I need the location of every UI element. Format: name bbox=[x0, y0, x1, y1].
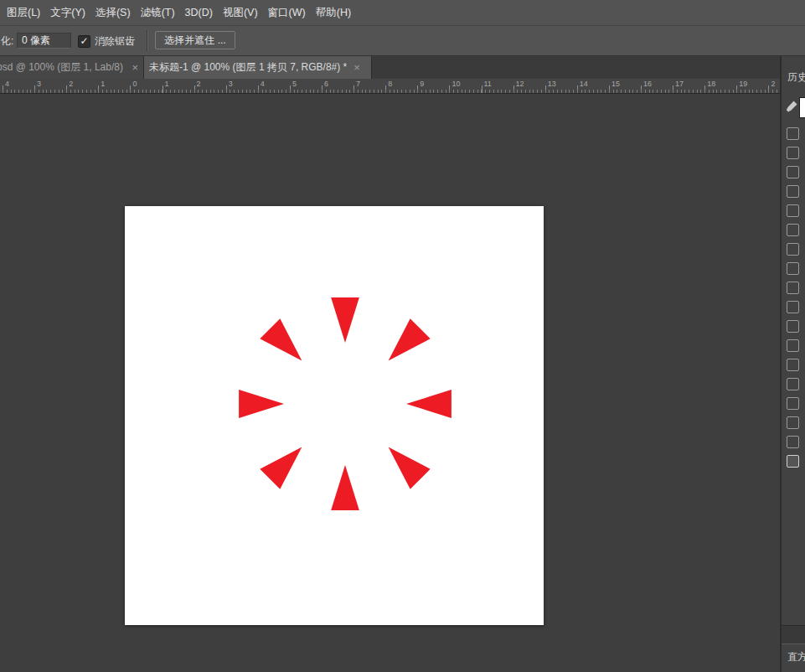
menu-bar: 图层(L)文字(Y)选择(S)滤镜(T)3D(D)视图(V)窗口(W)帮助(H) bbox=[0, 0, 805, 26]
history-state-row[interactable] bbox=[782, 278, 805, 297]
ruler-major-tick bbox=[768, 85, 769, 93]
history-state-row[interactable] bbox=[782, 413, 805, 432]
history-state-row[interactable] bbox=[782, 143, 805, 163]
ruler-label: 19 bbox=[739, 80, 747, 88]
feather-input[interactable] bbox=[17, 33, 71, 49]
history-state-row[interactable] bbox=[782, 355, 805, 375]
histogram-panel: 直方 bbox=[782, 625, 805, 672]
history-state-icon bbox=[787, 301, 799, 313]
menu-item-type[interactable]: 文字(Y) bbox=[45, 0, 90, 25]
ruler-label: 0 bbox=[132, 80, 137, 88]
menu-item-view[interactable]: 视图(V) bbox=[218, 0, 263, 25]
menu-item-layer[interactable]: 图层(L) bbox=[2, 0, 45, 25]
history-state-row[interactable] bbox=[782, 240, 805, 259]
ruler-major-tick bbox=[449, 85, 450, 93]
history-state-row[interactable] bbox=[782, 394, 805, 413]
ruler-major-tick bbox=[66, 85, 67, 93]
history-state-icon bbox=[787, 378, 799, 390]
history-state-row[interactable] bbox=[782, 220, 805, 240]
tab-title: 未标题-1 @ 100% (图层 1 拷贝 7, RGB/8#) * bbox=[149, 60, 347, 75]
document-tab-2[interactable]: 未标题-1 @ 100% (图层 1 拷贝 7, RGB/8#) *× bbox=[144, 56, 372, 79]
ruler-label: 11 bbox=[484, 80, 492, 88]
history-state-row[interactable] bbox=[782, 432, 805, 452]
ruler-major-tick bbox=[513, 85, 514, 93]
ruler-label: 8 bbox=[388, 80, 392, 88]
history-snapshot-row[interactable] bbox=[782, 97, 805, 119]
history-state-icon bbox=[787, 262, 799, 275]
ruler-major-tick bbox=[226, 85, 227, 93]
document-tabs: psd @ 100% (图层 1, Lab/8) *×未标题-1 @ 100% … bbox=[0, 56, 781, 79]
options-bar: 化: ✓ 消除锯齿 选择并遮住 ... bbox=[0, 26, 805, 56]
ruler-major-tick bbox=[130, 85, 131, 93]
history-state-icon bbox=[787, 147, 799, 159]
ruler-major-tick bbox=[194, 85, 195, 93]
ruler-label: 7 bbox=[356, 80, 360, 88]
ruler-label: 14 bbox=[580, 80, 588, 88]
canvas-pasteboard[interactable] bbox=[0, 94, 781, 672]
menu-item-select[interactable]: 选择(S) bbox=[90, 0, 136, 25]
menu-item-filter[interactable]: 滤镜(T) bbox=[136, 0, 180, 25]
ruler-label: 12 bbox=[516, 80, 524, 88]
tab-title: psd @ 100% (图层 1, Lab/8) * bbox=[0, 60, 125, 75]
history-state-row[interactable] bbox=[782, 163, 805, 182]
check-icon: ✓ bbox=[80, 35, 88, 47]
red-wedge bbox=[389, 318, 431, 360]
history-brush-icon bbox=[785, 100, 798, 113]
history-panel-header[interactable]: 历史 bbox=[782, 56, 805, 85]
ruler-major-tick bbox=[385, 85, 386, 93]
close-icon[interactable]: × bbox=[132, 61, 138, 74]
options-separator bbox=[147, 30, 148, 51]
close-icon[interactable]: × bbox=[353, 61, 360, 74]
ruler-label: 13 bbox=[548, 80, 556, 88]
ruler-major-tick bbox=[577, 85, 578, 93]
history-state-row[interactable] bbox=[782, 336, 805, 355]
document-tab-1[interactable]: psd @ 100% (图层 1, Lab/8) *× bbox=[0, 56, 144, 79]
ruler-major-tick bbox=[673, 85, 673, 93]
ruler-major-tick bbox=[609, 85, 610, 93]
history-state-icon bbox=[787, 455, 799, 468]
red-wedge bbox=[406, 390, 452, 418]
history-state-row[interactable] bbox=[782, 182, 805, 201]
history-state-icon bbox=[787, 397, 799, 410]
history-panel-title: 历史 bbox=[787, 71, 805, 83]
history-state-icon bbox=[787, 416, 799, 429]
horizontal-ruler[interactable]: 43210123456789101112131415161718192 bbox=[0, 79, 781, 94]
history-state-icon bbox=[787, 166, 799, 178]
right-panel: 历史 直方 bbox=[780, 56, 805, 672]
history-state-current[interactable] bbox=[782, 452, 805, 471]
ruler-label: 4 bbox=[261, 80, 265, 88]
ruler-label: 2 bbox=[771, 80, 775, 88]
select-and-mask-button[interactable]: 选择并遮住 ... bbox=[155, 31, 235, 49]
ruler-major-tick bbox=[163, 85, 163, 93]
history-state-row[interactable] bbox=[782, 124, 805, 143]
history-state-icon bbox=[787, 204, 799, 217]
feather-label: 化: bbox=[1, 34, 13, 49]
ruler-major-tick bbox=[258, 85, 259, 93]
ruler-label: 18 bbox=[707, 80, 715, 88]
document-canvas[interactable] bbox=[125, 206, 544, 625]
histogram-panel-header[interactable]: 直方 bbox=[782, 644, 805, 664]
history-state-row[interactable] bbox=[782, 375, 805, 394]
ruler-major-tick bbox=[3, 85, 3, 93]
ruler-label: 9 bbox=[420, 80, 424, 88]
ruler-label: 6 bbox=[324, 80, 328, 88]
ruler-major-tick bbox=[417, 85, 418, 93]
menu-item-window[interactable]: 窗口(W) bbox=[263, 0, 311, 25]
menu-item-3d[interactable]: 3D(D) bbox=[180, 0, 218, 25]
canvas-artwork bbox=[125, 206, 544, 625]
antialias-checkbox[interactable]: ✓ bbox=[78, 35, 90, 48]
history-state-row[interactable] bbox=[782, 201, 805, 220]
history-state-row[interactable] bbox=[782, 297, 805, 317]
history-state-row[interactable] bbox=[782, 317, 805, 336]
red-wedge bbox=[331, 465, 359, 510]
history-state-row[interactable] bbox=[782, 259, 805, 278]
ruler-major-tick bbox=[290, 85, 291, 93]
history-state-icon bbox=[787, 224, 799, 236]
photoshop-window: 图层(L)文字(Y)选择(S)滤镜(T)3D(D)视图(V)窗口(W)帮助(H)… bbox=[0, 0, 805, 672]
menu-item-help[interactable]: 帮助(H) bbox=[311, 0, 356, 25]
ruler-label: 16 bbox=[643, 80, 652, 88]
ruler-label: 1 bbox=[165, 80, 169, 88]
history-states bbox=[782, 124, 805, 471]
ruler-label: 5 bbox=[292, 80, 297, 88]
ruler-labels: 43210123456789101112131415161718192 bbox=[0, 79, 781, 93]
